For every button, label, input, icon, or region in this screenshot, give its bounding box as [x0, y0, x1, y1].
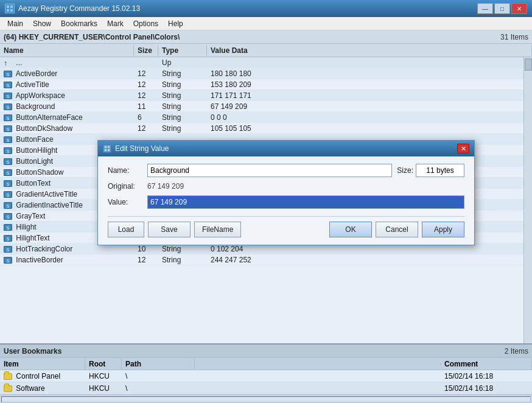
dialog-title: Edit String Value: [115, 144, 169, 153]
cell-name: ↑ ...: [0, 58, 134, 68]
cell-name: S ActiveBorder: [0, 69, 134, 79]
cell-value: 171 171 171: [207, 91, 532, 100]
menu-show[interactable]: Show: [28, 18, 56, 29]
value-label: Value:: [108, 198, 147, 206]
name-label: Name:: [108, 166, 147, 175]
value-input[interactable]: [147, 195, 464, 209]
cell-type: String: [158, 69, 207, 79]
size-input: [416, 164, 464, 177]
cell-value: [207, 62, 532, 63]
bookmarks-table-header: Item Root Path Comment: [0, 358, 532, 370]
cell-size: 12: [134, 255, 158, 265]
cell-size: 12: [134, 91, 158, 100]
bookmarks-header: User Bookmarks 2 Items: [0, 345, 532, 358]
table-row[interactable]: S ActiveBorder 12 String 180 180 180: [0, 68, 532, 79]
cell-value: 180 180 180: [207, 69, 532, 79]
cell-value: 67 149 209: [207, 102, 532, 111]
dialog-close-button[interactable]: ✕: [457, 144, 469, 153]
cell-name: S Background: [0, 102, 134, 111]
load-button[interactable]: Load: [108, 222, 144, 237]
cell-type: Up: [158, 58, 207, 68]
window-controls: — □ ✕: [477, 3, 527, 14]
cell-name: S ButtonDkShadow: [0, 124, 134, 133]
minimize-button[interactable]: —: [477, 3, 493, 14]
filename-button[interactable]: FileName: [194, 222, 241, 237]
bm-root: HKCU: [85, 384, 122, 393]
bookmarks-count: 2 Items: [505, 347, 528, 356]
menu-main[interactable]: Main: [2, 18, 28, 29]
svg-rect-1: [10, 5, 13, 8]
cell-value: 0 0 0: [207, 113, 532, 122]
svg-rect-2: [7, 9, 9, 12]
svg-rect-3: [10, 9, 13, 12]
svg-rect-6: [105, 149, 107, 151]
close-button[interactable]: ✕: [511, 3, 527, 14]
edit-string-dialog: Edit String Value ✕ Name: Size: Original…: [97, 140, 475, 245]
table-row[interactable]: ↑ ... Up: [0, 57, 532, 68]
bookmark-row[interactable]: Control Panel HKCU \ 15/02/14 16:18: [0, 370, 532, 382]
bm-col-path: Path: [122, 359, 195, 370]
bm-col-item: Item: [0, 359, 85, 370]
ok-button[interactable]: OK: [329, 222, 372, 237]
size-label: Size:: [397, 166, 413, 175]
bookmark-row[interactable]: Software HKCU \ 15/02/14 16:18: [0, 382, 532, 394]
table-row[interactable]: S ButtonAlternateFace 6 String 0 0 0: [0, 112, 532, 123]
menu-help[interactable]: Help: [163, 18, 188, 29]
name-input[interactable]: [147, 164, 392, 177]
save-button[interactable]: Save: [148, 222, 191, 237]
dialog-buttons: Load Save FileName OK Cancel Apply: [108, 216, 464, 237]
bm-comment: 15/02/14 16:18: [441, 384, 532, 393]
menu-mark[interactable]: Mark: [102, 18, 128, 29]
bm-col-root: Root: [85, 359, 122, 370]
table-row[interactable]: S ActiveTitle 12 String 153 180 209: [0, 79, 532, 90]
bookmarks-title: User Bookmarks: [4, 347, 61, 356]
bm-root: HKCU: [85, 371, 122, 381]
table-row[interactable]: S AppWorkspace 12 String 171 171 171: [0, 90, 532, 101]
cell-name: S AppWorkspace: [0, 91, 134, 100]
col-size: Size: [134, 45, 158, 56]
cell-value: 105 105 105: [207, 124, 532, 133]
cell-size: [134, 62, 158, 63]
table-row[interactable]: S ButtonDkShadow 12 String 105 105 105: [0, 123, 532, 134]
cell-type: String: [158, 91, 207, 100]
dialog-body: Name: Size: Original: 67 149 209 Value: …: [98, 156, 474, 245]
cell-size: 11: [134, 102, 158, 111]
folder-icon: [4, 385, 12, 392]
menu-bookmarks[interactable]: Bookmarks: [56, 18, 102, 29]
svg-rect-0: [7, 5, 9, 8]
path-bar: (64) HKEY_CURRENT_USER\Control Panel\Col…: [0, 30, 532, 44]
restore-button[interactable]: □: [494, 3, 510, 14]
cell-type: String: [158, 124, 207, 133]
cancel-button[interactable]: Cancel: [376, 222, 418, 237]
table-row[interactable]: S InactiveBorder 12 String 244 247 252: [0, 254, 532, 265]
bm-comment: 15/02/14 16:18: [441, 371, 532, 381]
scrollbar-track: [1, 396, 531, 402]
cell-name: S InactiveBorder: [0, 255, 134, 265]
menu-options[interactable]: Options: [128, 18, 163, 29]
bm-col-comment: Comment: [441, 359, 532, 370]
title-bar-left: Aezay Registry Commander 15.02.13: [5, 4, 140, 13]
apply-button[interactable]: Apply: [422, 222, 464, 237]
svg-rect-7: [108, 149, 110, 151]
cell-size: 12: [134, 124, 158, 133]
cell-value: 153 180 209: [207, 80, 532, 89]
svg-rect-5: [108, 146, 110, 148]
title-bar: Aezay Registry Commander 15.02.13 — □ ✕: [0, 0, 532, 17]
cell-value: 244 247 252: [207, 255, 532, 265]
bm-path: \: [122, 371, 195, 381]
table-row[interactable]: S Background 11 String 67 149 209: [0, 101, 532, 112]
registry-path: (64) HKEY_CURRENT_USER\Control Panel\Col…: [4, 33, 180, 41]
bm-item: Control Panel: [0, 371, 85, 381]
cell-type: String: [158, 102, 207, 111]
col-value: Value Data: [207, 45, 532, 56]
dialog-title-bar: Edit String Value ✕: [98, 141, 474, 156]
bm-item: Software: [0, 384, 85, 393]
dialog-original-row: Original: 67 149 209: [108, 182, 464, 191]
app-icon: [5, 4, 15, 13]
bottom-scrollbar[interactable]: [0, 394, 532, 403]
bm-empty: [195, 376, 441, 377]
bookmarks-section: User Bookmarks 2 Items Item Root Path Co…: [0, 343, 532, 403]
items-count: 31 Items: [500, 33, 528, 41]
cell-type: String: [158, 80, 207, 89]
vertical-scrollbar[interactable]: [523, 57, 532, 343]
